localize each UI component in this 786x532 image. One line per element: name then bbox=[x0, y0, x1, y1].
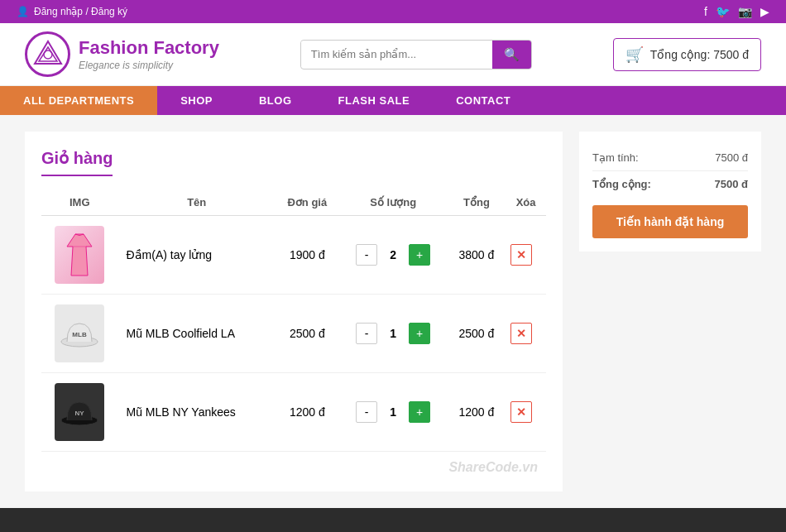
qty-decrease-3[interactable]: - bbox=[356, 401, 377, 423]
qty-decrease-2[interactable]: - bbox=[356, 323, 377, 344]
product-name-2: Mũ MLB Coolfield LA bbox=[117, 295, 276, 373]
table-row: Đầm(A) tay lửng 1900 đ - 2 + 3800 đ ✕ bbox=[41, 216, 546, 295]
youtube-icon-top[interactable]: ▶ bbox=[760, 5, 769, 18]
delete-cell-2: ✕ bbox=[506, 295, 546, 373]
total-value: 7500 đ bbox=[715, 178, 748, 190]
cart-title: Giỏ hàng bbox=[41, 148, 113, 176]
qty-increase-1[interactable]: + bbox=[409, 244, 430, 266]
product-img-cell-3: NY bbox=[41, 373, 117, 452]
total-label: Tổng cộng: bbox=[592, 178, 651, 190]
col-name: Tên bbox=[117, 189, 276, 216]
logo-name: Fashion Factory bbox=[79, 37, 219, 59]
qty-cell-2: - 1 + bbox=[339, 295, 448, 373]
qty-cell-3: - 1 + bbox=[339, 373, 448, 452]
subtotal-value: 7500 đ bbox=[715, 151, 748, 164]
footer: ABOUT Fashion Factory Elegance is simpli… bbox=[0, 508, 786, 532]
qty-value-1: 2 bbox=[381, 248, 405, 261]
main-nav: ALL DEPARTMENTS SHOP BLOG FLASH SALE CON… bbox=[0, 86, 786, 115]
qty-control-2: - 1 + bbox=[344, 323, 443, 344]
twitter-icon-top[interactable]: 🐦 bbox=[716, 5, 730, 18]
delete-button-3[interactable]: ✕ bbox=[510, 401, 532, 423]
delete-button-2[interactable]: ✕ bbox=[510, 323, 532, 344]
checkout-button[interactable]: Tiến hành đặt hàng bbox=[592, 205, 748, 238]
nav-item-contact[interactable]: CONTACT bbox=[433, 86, 534, 115]
logo-icon bbox=[25, 31, 70, 77]
main-content: Giỏ hàng IMG Tên Đơn giá Số lượng Tổng X… bbox=[0, 115, 786, 508]
hat-white-svg: MLB bbox=[59, 317, 100, 350]
svg-text:MLB: MLB bbox=[73, 331, 88, 338]
user-icon: 👤 bbox=[17, 6, 29, 17]
facebook-icon-top[interactable]: f bbox=[704, 5, 707, 18]
search-input[interactable] bbox=[301, 41, 492, 67]
order-summary: Tạm tính: 7500 đ Tổng cộng: 7500 đ Tiến … bbox=[579, 132, 761, 252]
header: Fashion Factory Elegance is simplicity 🔍… bbox=[0, 23, 786, 86]
delete-cell-1: ✕ bbox=[506, 216, 546, 295]
cart-button[interactable]: 🛒 Tổng cộng: 7500 đ bbox=[613, 38, 761, 71]
login-area[interactable]: 👤 Đăng nhập / Đăng ký bbox=[17, 6, 127, 17]
search-button[interactable]: 🔍 bbox=[492, 41, 531, 69]
col-price: Đơn giá bbox=[276, 189, 339, 216]
product-img-cell-1 bbox=[41, 216, 117, 295]
qty-value-3: 1 bbox=[381, 405, 405, 419]
product-image-2: MLB bbox=[55, 304, 104, 362]
hat-black-svg: NY bbox=[59, 395, 100, 429]
product-name-3: Mũ MLB NY Yankees bbox=[117, 373, 276, 452]
nav-item-shop[interactable]: SHOP bbox=[157, 86, 236, 115]
product-total-3: 1200 đ bbox=[448, 373, 506, 452]
col-img: IMG bbox=[41, 189, 117, 216]
table-row: MLB Mũ MLB Coolfield LA 2500 đ - 1 + 250… bbox=[41, 295, 546, 373]
qty-increase-3[interactable]: + bbox=[409, 401, 430, 423]
cart-table-header: IMG Tên Đơn giá Số lượng Tổng Xóa bbox=[41, 189, 546, 216]
nav-item-all-departments[interactable]: ALL DEPARTMENTS bbox=[0, 86, 157, 115]
social-links[interactable]: f 🐦 📷 ▶ bbox=[704, 5, 769, 18]
qty-control-3: - 1 + bbox=[344, 401, 443, 423]
delete-button-1[interactable]: ✕ bbox=[510, 244, 532, 266]
product-total-2: 2500 đ bbox=[448, 295, 506, 373]
logo: Fashion Factory Elegance is simplicity bbox=[25, 31, 219, 77]
delete-cell-3: ✕ bbox=[506, 373, 546, 452]
product-image-1 bbox=[55, 226, 104, 284]
cart-section: Giỏ hàng IMG Tên Đơn giá Số lượng Tổng X… bbox=[25, 132, 563, 491]
product-image-3: NY bbox=[55, 383, 104, 441]
qty-decrease-1[interactable]: - bbox=[356, 244, 377, 266]
svg-point-2 bbox=[44, 50, 52, 59]
top-bar: 👤 Đăng nhập / Đăng ký f 🐦 📷 ▶ bbox=[0, 0, 786, 23]
qty-value-2: 1 bbox=[381, 327, 405, 340]
logo-text: Fashion Factory Elegance is simplicity bbox=[79, 37, 219, 70]
nav-item-flash-sale[interactable]: FLASH SALE bbox=[315, 86, 434, 115]
subtotal-label: Tạm tính: bbox=[592, 151, 639, 164]
table-row: NY Mũ MLB NY Yankees 1200 đ - 1 + 1200 đ bbox=[41, 373, 546, 452]
dress-svg bbox=[63, 230, 96, 280]
col-total: Tổng bbox=[448, 189, 506, 216]
cart-icon: 🛒 bbox=[625, 46, 644, 64]
qty-control-1: - 2 + bbox=[344, 244, 443, 266]
search-bar[interactable]: 🔍 bbox=[300, 40, 532, 69]
product-img-cell-2: MLB bbox=[41, 295, 117, 373]
col-qty: Số lượng bbox=[339, 189, 448, 216]
logo-svg bbox=[32, 39, 64, 70]
instagram-icon-top[interactable]: 📷 bbox=[738, 5, 752, 18]
product-total-1: 3800 đ bbox=[448, 216, 506, 295]
login-link[interactable]: Đăng nhập / Đăng ký bbox=[34, 6, 127, 17]
product-price-3: 1200 đ bbox=[276, 373, 339, 452]
logo-tagline: Elegance is simplicity bbox=[79, 60, 219, 71]
cart-total: Tổng cộng: 7500 đ bbox=[650, 48, 749, 61]
product-price-1: 1900 đ bbox=[276, 216, 339, 295]
nav-item-blog[interactable]: BLOG bbox=[236, 86, 315, 115]
subtotal-row: Tạm tính: 7500 đ bbox=[592, 145, 748, 170]
header-row: IMG Tên Đơn giá Số lượng Tổng Xóa bbox=[41, 189, 546, 216]
svg-text:NY: NY bbox=[75, 410, 85, 417]
cart-table-body: Đầm(A) tay lửng 1900 đ - 2 + 3800 đ ✕ bbox=[41, 216, 546, 452]
watermark: ShareCode.vn bbox=[41, 452, 546, 475]
col-delete: Xóa bbox=[506, 189, 546, 216]
total-row: Tổng cộng: 7500 đ bbox=[592, 170, 748, 197]
cart-table: IMG Tên Đơn giá Số lượng Tổng Xóa bbox=[41, 189, 546, 452]
qty-increase-2[interactable]: + bbox=[409, 323, 430, 344]
product-price-2: 2500 đ bbox=[276, 295, 339, 373]
product-name-1: Đầm(A) tay lửng bbox=[117, 216, 276, 295]
qty-cell-1: - 2 + bbox=[339, 216, 448, 295]
